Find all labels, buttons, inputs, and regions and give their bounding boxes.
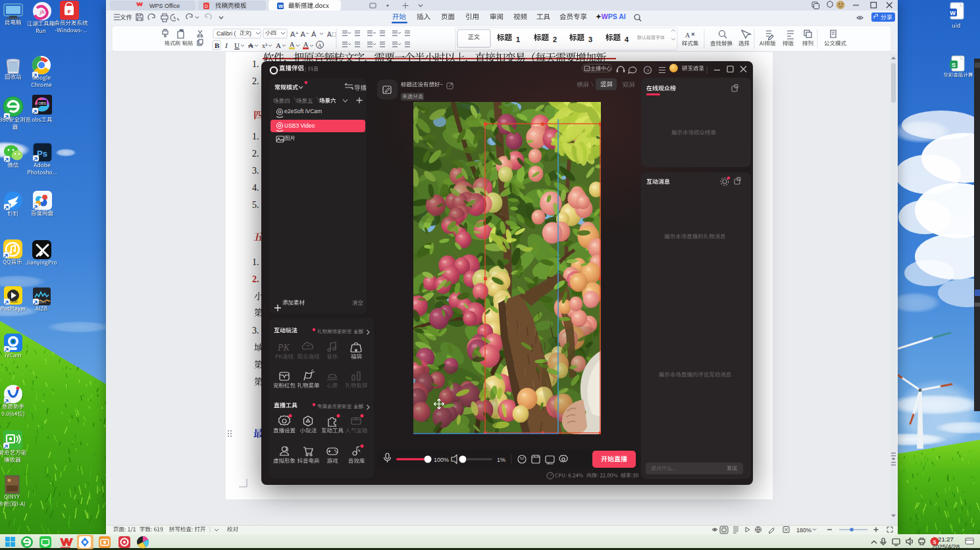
svg-text:100%: 100%: [434, 457, 449, 463]
svg-text:1%: 1%: [497, 457, 505, 463]
svg-text:W: W: [950, 10, 956, 16]
svg-text:e: e: [68, 7, 71, 14]
svg-text:PK: PK: [277, 343, 290, 353]
svg-text:jh: jh: [39, 9, 45, 15]
svg-text:OBS: OBS: [38, 101, 46, 105]
svg-text:S: S: [952, 62, 956, 68]
svg-text:S: S: [933, 539, 936, 545]
svg-text:?: ?: [646, 68, 650, 74]
